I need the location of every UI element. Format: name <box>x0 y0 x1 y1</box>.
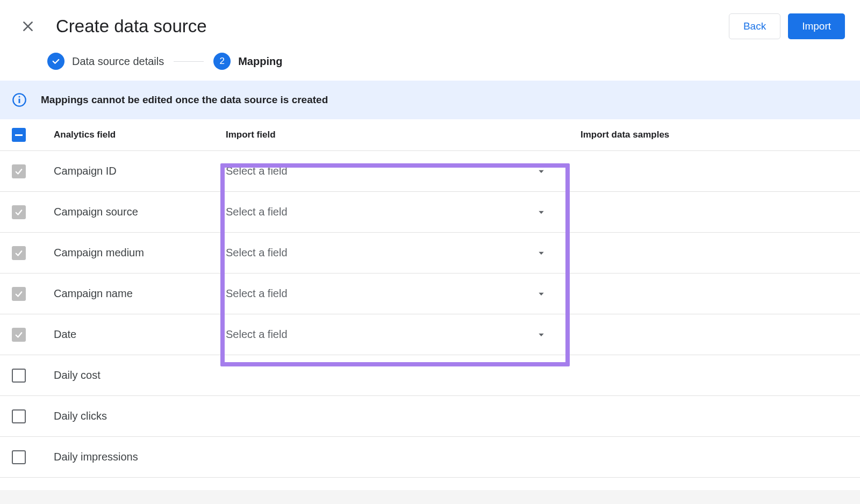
check-icon <box>14 167 24 176</box>
chevron-down-icon <box>538 249 545 257</box>
select-placeholder: Select a field <box>226 328 288 341</box>
select-placeholder: Select a field <box>226 247 288 259</box>
check-icon <box>14 248 24 258</box>
table-row: Daily cost <box>0 355 860 396</box>
analytics-field-label: Campaign source <box>54 206 138 218</box>
row-checkbox <box>12 164 26 178</box>
check-icon <box>47 53 64 70</box>
info-icon <box>12 92 27 107</box>
column-import-samples: Import data samples <box>580 129 848 140</box>
select-placeholder: Select a field <box>226 287 288 300</box>
footer-space <box>0 490 860 504</box>
table-row: Campaign sourceSelect a field <box>0 192 860 233</box>
close-icon <box>21 19 35 33</box>
stepper: Data source details 2 Mapping <box>0 43 860 81</box>
table-header: Analytics field Import field Import data… <box>0 119 860 151</box>
import-field-select[interactable]: Select a field <box>226 319 557 351</box>
action-buttons: Back Import <box>729 13 845 39</box>
check-icon <box>14 289 24 299</box>
check-icon <box>14 330 24 340</box>
table-row: Campaign mediumSelect a field <box>0 233 860 273</box>
row-checkbox <box>12 328 26 342</box>
table-row: DateSelect a field <box>0 314 860 355</box>
analytics-field-label: Date <box>54 328 76 340</box>
table-row: Daily impressions <box>0 437 860 478</box>
import-button[interactable]: Import <box>788 13 845 39</box>
step-1-label: Data source details <box>72 55 164 68</box>
step-2-label: Mapping <box>238 55 282 68</box>
row-checkbox <box>12 246 26 260</box>
column-import-field: Import field <box>226 129 580 140</box>
analytics-field-label: Daily clicks <box>54 410 107 422</box>
analytics-field-label: Campaign name <box>54 287 133 299</box>
import-field-select[interactable]: Select a field <box>226 155 557 188</box>
mapping-table: Analytics field Import field Import data… <box>0 119 860 478</box>
select-all-checkbox[interactable] <box>12 128 26 142</box>
back-button[interactable]: Back <box>729 13 780 39</box>
step-mapping[interactable]: 2 Mapping <box>213 53 282 70</box>
row-checkbox[interactable] <box>12 369 26 383</box>
select-placeholder: Select a field <box>226 165 288 177</box>
table-row: Daily clicks <box>0 396 860 437</box>
column-analytics-field: Analytics field <box>54 129 226 140</box>
banner-text: Mappings cannot be edited once the data … <box>41 94 328 106</box>
top-bar: Create data source Back Import <box>0 0 860 43</box>
table-row: Campaign IDSelect a field <box>0 151 860 192</box>
row-checkbox[interactable] <box>12 409 26 423</box>
step-data-source-details[interactable]: Data source details <box>47 53 164 70</box>
check-icon <box>14 207 24 217</box>
chevron-down-icon <box>538 290 545 298</box>
analytics-field-label: Campaign medium <box>54 247 144 258</box>
close-button[interactable] <box>15 13 41 39</box>
row-checkbox[interactable] <box>12 450 26 464</box>
import-field-select[interactable]: Select a field <box>226 196 557 228</box>
import-field-select[interactable]: Select a field <box>226 237 557 269</box>
table-row: Campaign nameSelect a field <box>0 273 860 314</box>
step-2-number: 2 <box>213 53 231 70</box>
step-connector <box>174 61 204 62</box>
row-checkbox <box>12 205 26 219</box>
chevron-down-icon <box>538 168 545 175</box>
chevron-down-icon <box>538 208 545 216</box>
row-checkbox <box>12 287 26 301</box>
svg-point-4 <box>19 96 20 98</box>
select-placeholder: Select a field <box>226 206 288 218</box>
analytics-field-label: Daily cost <box>54 369 101 381</box>
import-field-select[interactable]: Select a field <box>226 278 557 310</box>
info-banner: Mappings cannot be edited once the data … <box>0 81 860 119</box>
chevron-down-icon <box>538 331 545 339</box>
page-title: Create data source <box>56 16 729 37</box>
analytics-field-label: Campaign ID <box>54 165 117 177</box>
analytics-field-label: Daily impressions <box>54 451 138 463</box>
